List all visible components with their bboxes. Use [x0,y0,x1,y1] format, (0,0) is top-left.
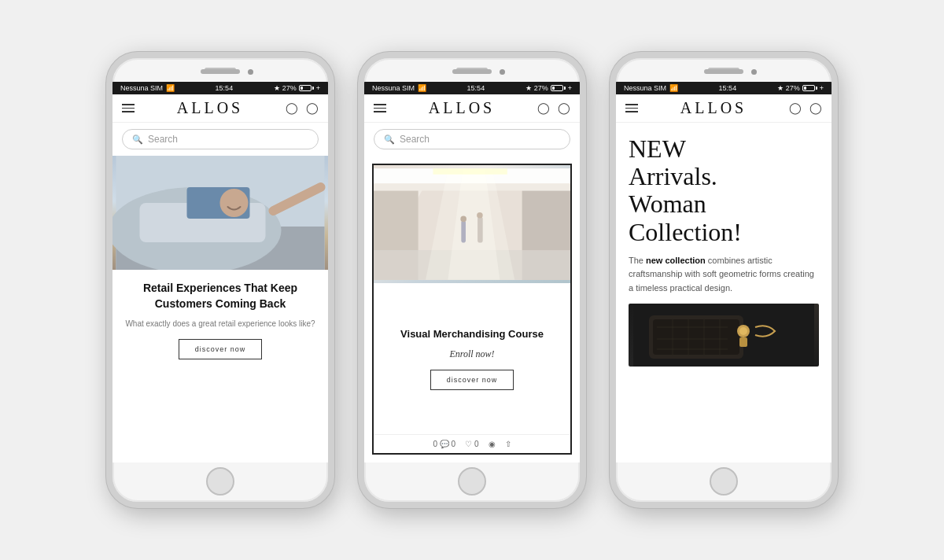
bt-icon-2: ★ [525,84,532,92]
discover-button-1[interactable]: discover now [179,339,263,359]
svg-rect-15 [461,220,466,242]
power-button-3 [836,137,838,176]
battery-label-3: 27% [786,84,800,92]
battery-icon-1 [299,85,314,91]
svg-rect-17 [478,217,483,243]
article-title-1: Retail Experiences That Keep Customers C… [125,281,315,311]
header-icons-3: ◯ ◯ [789,101,822,115]
charge-icon-1: + [316,84,320,92]
status-left-3: Nessuna SIM 📶 [624,84,678,92]
mall-svg [374,165,570,283]
course-body: Visual Merchandising Course Enroll now! … [374,283,570,434]
camera-3 [751,69,757,75]
camera [248,69,253,75]
phone-2-screen: Nessuna SIM 📶 15:54 ★ 27% + [364,82,580,462]
collection-desc: The new collection combines artistic cra… [629,254,819,296]
camera-2 [500,69,505,75]
course-card: Visual Merchandising Course Enroll now! … [372,164,572,455]
search-wrapper-1: 🔍 Search [112,123,328,156]
wifi-icon-1: 📶 [166,84,175,92]
search-text-1: Search [148,134,178,145]
power-button [333,137,334,176]
course-actions: 0 💬 0 ♡ 0 ◉ ⇧ [374,434,570,453]
battery-icon-3 [802,85,817,91]
collection-title: NEWArrivals.WomanCollection! [629,135,819,246]
search-wrapper-2: 🔍 Search [364,123,580,156]
search-icon-2: 🔍 [384,134,395,145]
volume-up-button-2 [358,153,360,184]
search-text-2: Search [400,134,430,145]
battery-icon-2 [551,85,566,91]
phones-container: Nessuna SIM 📶 15:54 ★ 27% + [106,52,838,508]
carrier-label-1: Nessuna SIM [120,84,163,92]
status-right-1: ★ 27% + [274,84,320,92]
svg-point-24 [739,327,747,335]
app-logo-2: ALLOS [429,99,495,117]
app-logo-1: ALLOS [177,99,243,117]
battery-label-2: 27% [534,84,548,92]
share-icon[interactable]: ⇧ [505,440,511,448]
chat-icon-3[interactable]: ◯ [809,101,822,115]
volume-down-button-2 [358,190,360,222]
comments-count: 0 💬 0 [433,440,455,448]
svg-point-6 [220,189,249,217]
bt-icon-1: ★ [274,84,280,92]
search-bar-1[interactable]: 🔍 Search [122,129,319,149]
globe-icon-3[interactable]: ◯ [789,101,802,115]
discover-button-2[interactable]: discover now [430,370,514,390]
volume-down-button [106,190,108,222]
desc-bold: new collection [646,256,706,265]
time-label-3: 15:54 [719,84,737,92]
mute-button-2 [358,121,360,143]
volume-up-button-3 [610,153,611,184]
status-left-1: Nessuna SIM 📶 [120,84,175,92]
chat-icon-1[interactable]: ◯ [306,101,319,115]
chat-icon-2[interactable]: ◯ [558,101,570,115]
globe-icon-2[interactable]: ◯ [537,101,550,115]
speaker-2 [452,69,492,74]
home-button-3[interactable] [710,467,738,496]
app-logo-3: ALLOS [680,99,747,117]
volume-down-button-3 [610,190,611,222]
home-button-1[interactable] [206,467,234,496]
hamburger-menu-3[interactable] [625,104,638,112]
power-button-2 [584,137,586,176]
status-bar-2: Nessuna SIM 📶 15:54 ★ 27% + [364,82,580,94]
phone-1-screen: Nessuna SIM 📶 15:54 ★ 27% + [112,82,328,462]
mute-button-3 [610,121,611,143]
status-left-2: Nessuna SIM 📶 [372,84,426,92]
home-button-2[interactable] [458,467,486,496]
carrier-label-3: Nessuna SIM [624,84,666,92]
collection-image [629,304,819,367]
status-right-3: ★ 27% + [777,84,824,92]
search-icon-1: 🔍 [132,134,143,145]
search-bar-2[interactable]: 🔍 Search [374,129,570,149]
speaker-3 [704,69,743,74]
course-image [374,165,570,283]
svg-rect-19 [433,168,507,175]
mute-button [106,121,108,143]
article-image-1 [112,156,328,270]
collection-content: NEWArrivals.WomanCollection! The new col… [616,123,832,462]
car-scene [112,156,328,270]
bookmark-icon[interactable]: ◉ [489,440,496,448]
header-icons-1: ◯ ◯ [286,101,319,115]
time-label-1: 15:54 [216,84,234,92]
app-header-3: ALLOS ◯ ◯ [616,94,832,123]
phone-3-screen: Nessuna SIM 📶 15:54 ★ 27% + [616,82,832,462]
hamburger-menu-2[interactable] [374,104,386,112]
bag-svg [629,304,819,367]
phone-2: Nessuna SIM 📶 15:54 ★ 27% + [358,52,586,508]
globe-icon-1[interactable]: ◯ [286,101,298,115]
car-svg [112,156,328,270]
course-enroll: Enroll now! [449,348,494,360]
hamburger-menu-1[interactable] [122,104,135,112]
carrier-label-2: Nessuna SIM [372,84,415,92]
wifi-icon-2: 📶 [418,84,426,92]
speaker [201,69,240,74]
article-subtitle-1: What exactly does a great retail experie… [125,318,315,330]
bt-icon-3: ★ [777,84,784,92]
wifi-icon-3: 📶 [669,84,678,92]
comment-count-value: 0 [433,440,437,448]
article-body-1: Retail Experiences That Keep Customers C… [112,270,328,462]
